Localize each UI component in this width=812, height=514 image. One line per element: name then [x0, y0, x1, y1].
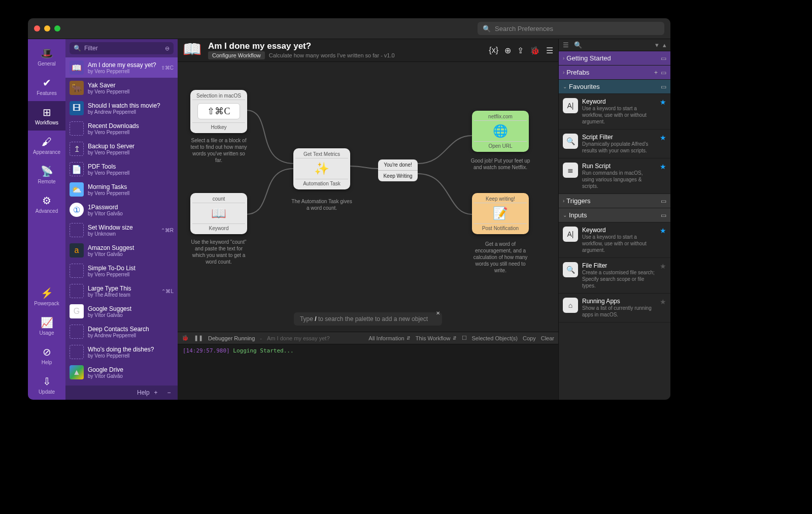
star-icon[interactable]: ★	[660, 227, 666, 253]
plus-icon[interactable]: +	[654, 69, 658, 76]
nav-advanced[interactable]: ⚙Advanced	[28, 189, 65, 219]
zoom-window-button[interactable]	[54, 25, 60, 31]
variables-icon[interactable]: {x}	[489, 46, 498, 55]
workflow-item[interactable]: a Amazon Suggest by Vítor Galvão	[65, 240, 178, 261]
expand-all-icon[interactable]: ▴	[663, 41, 666, 49]
search-preferences-field[interactable]: 🔍 Search Preferences	[478, 22, 664, 35]
workflow-item[interactable]: 🎞 Should I watch this movie? by Andrew P…	[65, 98, 178, 118]
selected-checkbox[interactable]: ☐	[462, 335, 467, 341]
search-icon[interactable]: 🔍	[574, 41, 582, 49]
nav-usage[interactable]: 📈Usage	[28, 311, 65, 341]
search-icon: 🔍	[74, 45, 81, 52]
palette-item[interactable]: A| Keyword Use a keyword to start a work…	[559, 94, 670, 130]
workflow-item[interactable]: 🐂 Yak Saver by Vero Pepperrell	[65, 78, 178, 98]
bug-icon[interactable]: 🐞	[182, 335, 189, 341]
nav-remote[interactable]: 📡Remote	[28, 160, 65, 189]
minimize-window-button[interactable]	[44, 25, 50, 31]
palette-item[interactable]: ⌂ Running Apps Show a list of currently …	[559, 294, 670, 323]
close-icon[interactable]: ✕	[436, 310, 440, 316]
panel-icon[interactable]: ▭	[661, 55, 666, 62]
star-icon[interactable]: ★	[660, 134, 666, 154]
section-inputs[interactable]: ⌄Inputs▭	[559, 208, 670, 222]
list-icon[interactable]: ☰	[563, 41, 569, 49]
close-window-button[interactable]	[34, 25, 40, 31]
palette-item[interactable]: ≣ Run Script Run commands in macOS, usin…	[559, 158, 670, 194]
log-scope-select[interactable]: This Workflow	[416, 335, 457, 341]
debugger-context: Am I done my essay yet?	[267, 335, 330, 341]
star-icon[interactable]: ★	[660, 98, 666, 125]
workflow-item[interactable]: G Google Suggest by Vítor Galvão	[65, 301, 178, 322]
workflow-item-name: Google Suggest	[88, 305, 174, 312]
nav-general[interactable]: 🎩General	[28, 42, 65, 72]
palette-item-name: Run Script	[582, 163, 656, 170]
window-controls	[34, 25, 60, 31]
workflow-item[interactable]: 📖 Am I done my essay yet? by Vero Pepper…	[65, 57, 178, 78]
share-icon[interactable]: ⇪	[517, 46, 524, 55]
workflow-item[interactable]: ↥ Backup to Server by Vero Pepperrell	[65, 139, 178, 159]
nav-update[interactable]: ⇩Update	[28, 370, 65, 400]
collapse-all-icon[interactable]: ▾	[655, 41, 659, 49]
workflow-list-column: 🔍 Filter ⊖ 📖 Am I done my essay yet? by …	[65, 39, 178, 400]
workflow-item[interactable]: Large Type This by The Alfred team ⌃⌘L	[65, 281, 178, 301]
workflow-item[interactable]: 📄 PDF Tools by Vero Pepperrell	[65, 159, 178, 179]
pause-icon[interactable]: ❚❚	[194, 335, 203, 341]
node-hotkey[interactable]: Selection in macOS ⇧⌘C Hotkey	[190, 90, 247, 133]
workflow-list[interactable]: 📖 Am I done my essay yet? by Vero Pepper…	[65, 57, 178, 385]
palette-item[interactable]: 🔍 File Filter Create a customised file s…	[559, 258, 670, 294]
workflow-item[interactable]: Who's doing the dishes? by Vero Pepperre…	[65, 342, 178, 362]
star-icon[interactable]: ★	[660, 298, 666, 318]
workflow-canvas[interactable]: Selection in macOS ⇧⌘C Hotkey Select a f…	[178, 62, 558, 332]
help-button[interactable]: Help	[137, 389, 148, 396]
section-favourites[interactable]: ⌄Favourites▭	[559, 80, 670, 94]
workflow-item[interactable]: Deep Contacts Search by Andrew Pepperrel…	[65, 322, 178, 342]
workflow-item[interactable]: Recent Downloads by Vero Pepperrell	[65, 118, 178, 139]
add-object-icon[interactable]: ⊕	[504, 46, 511, 55]
section-prefabs[interactable]: ›Prefabs+▭	[559, 66, 670, 80]
palette-item-name: Keyword	[582, 227, 656, 234]
log-level-select[interactable]: All Information	[368, 335, 410, 341]
node-conditional[interactable]: You're done! Keep Writing	[378, 159, 418, 181]
menu-icon[interactable]: ☰	[546, 46, 553, 55]
filter-options-icon[interactable]: ⊖	[165, 45, 170, 52]
nav-powerpack[interactable]: ⚡Powerpack	[28, 282, 65, 311]
panel-icon[interactable]: ▭	[661, 83, 666, 90]
panel-icon[interactable]: ▭	[661, 198, 666, 205]
nav-workflows[interactable]: ⊞Workflows	[28, 101, 65, 131]
workflow-item[interactable]: Simple To-Do List by Vero Pepperrell	[65, 261, 178, 281]
star-icon[interactable]: ★	[660, 262, 666, 289]
palette-item-desc: Show a list of currently running apps in…	[582, 305, 656, 318]
workflow-item[interactable]: ① 1Password by Vítor Galvão	[65, 200, 178, 220]
copy-log-button[interactable]: Copy	[523, 335, 536, 341]
section-getting-started[interactable]: ›Getting Started▭	[559, 51, 670, 66]
chevron-down-icon: ⌄	[563, 84, 567, 89]
node-post-notification[interactable]: Keep writing! 📝 Post Notification	[472, 193, 529, 234]
clear-log-button[interactable]: Clear	[541, 335, 554, 341]
workflow-item-icon	[70, 223, 84, 237]
node-keyword[interactable]: count 📖 Keyword	[190, 193, 247, 234]
node-automation[interactable]: Get Text Metrics ✨ Automation Task	[293, 148, 350, 189]
star-icon[interactable]: ★	[660, 163, 666, 189]
workflow-item[interactable]: ⛅ Morning Tasks by Vero Pepperrell	[65, 179, 178, 200]
workflow-item[interactable]: Set Window size by Unknown ⌃⌘R	[65, 220, 178, 240]
debug-icon[interactable]: 🐞	[530, 46, 540, 55]
download-icon: ⇩	[43, 375, 51, 388]
palette-prompt[interactable]: Type / to search the palette to add a ne…	[294, 312, 442, 326]
panel-icon[interactable]: ▭	[661, 212, 666, 219]
filter-field[interactable]: 🔍 Filter ⊖	[70, 42, 174, 54]
workflow-item-shortcut: ⌃⌘R	[161, 228, 174, 233]
panel-icon[interactable]: ▭	[661, 69, 666, 76]
debugger-log[interactable]: [14:29:57.980] Logging Started...	[178, 344, 558, 400]
nav-appearance[interactable]: 🖌Appearance	[28, 131, 65, 160]
workflow-item-name: Yak Saver	[88, 82, 174, 89]
remove-workflow-button[interactable]: −	[163, 389, 175, 396]
add-workflow-button[interactable]: +	[150, 389, 161, 396]
workflow-item[interactable]: ▲ Google Drive by Vítor Galvão	[65, 362, 178, 382]
palette-item[interactable]: 🔍 Script Filter Dynamically populate Alf…	[559, 130, 670, 158]
nav-features[interactable]: ✔Features	[28, 72, 65, 101]
palette-item[interactable]: A| Keyword Use a keyword to start a work…	[559, 222, 670, 258]
nav-help[interactable]: ⊘Help	[28, 341, 65, 370]
node-open-url[interactable]: netflix.com 🌐 Open URL	[472, 111, 529, 152]
configure-workflow-button[interactable]: Configure Workflow	[208, 51, 265, 59]
section-triggers[interactable]: ›Triggers▭	[559, 194, 670, 208]
note-icon: 📝	[474, 206, 527, 220]
